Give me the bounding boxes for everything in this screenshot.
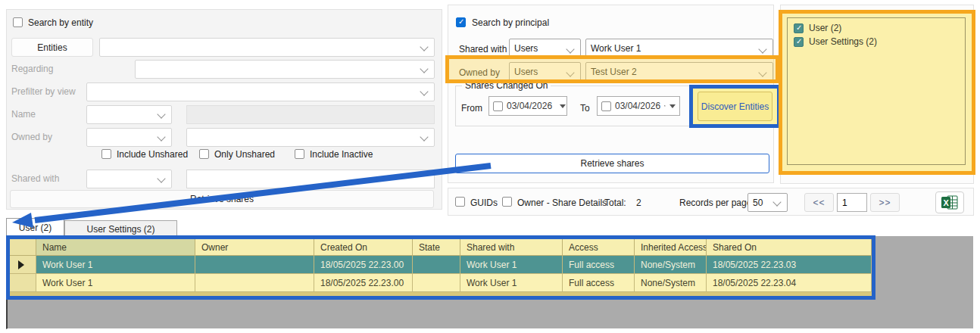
column-header[interactable]: Owner — [195, 239, 314, 256]
table-cell[interactable]: 18/05/2025 22.23.00 — [314, 274, 413, 292]
table-row[interactable]: Work User 1 18/05/2025 22.23.00 Work Use… — [10, 274, 872, 292]
entities-dropdown[interactable] — [99, 38, 435, 57]
table-cell[interactable] — [413, 256, 460, 274]
column-header[interactable]: Shared On — [707, 239, 872, 256]
include-unshared-label: Include Unshared — [117, 149, 188, 160]
from-date-picker[interactable]: 03/04/2026 — [488, 96, 567, 116]
to-label: To — [580, 103, 590, 114]
table-cell[interactable]: None/System — [635, 256, 707, 274]
table-cell[interactable] — [413, 274, 460, 292]
table-cell[interactable]: 18/05/2025 22.23.00 — [314, 256, 413, 274]
owner-share-details-label: Owner - Share Details — [517, 198, 607, 208]
name-label: Name — [11, 109, 36, 120]
table-footer-strip — [10, 292, 872, 296]
only-unshared-checkbox[interactable] — [199, 149, 209, 159]
shared-with-label: Shared with — [11, 173, 59, 184]
next-page-button[interactable]: >> — [870, 193, 900, 212]
owner-share-details-checkbox[interactable] — [502, 197, 512, 207]
records-per-page-label: Records per page — [679, 198, 751, 208]
column-header[interactable]: State — [413, 239, 460, 256]
to-date-picker[interactable]: 03/04/2026 — [597, 96, 680, 116]
tab-user[interactable]: User (2) — [6, 218, 64, 237]
records-per-page-dropdown[interactable]: 50 — [747, 193, 788, 212]
name-textbox[interactable] — [186, 105, 435, 124]
shared-with-type-dropdown[interactable]: Users — [509, 39, 581, 58]
retrieve-shares-button-left[interactable]: Retrieve shares — [10, 190, 434, 208]
tab-user-settings[interactable]: User Settings (2) — [64, 220, 177, 237]
owned-by-operator-dropdown[interactable] — [86, 128, 172, 147]
retrieve-shares-right-label: Retrieve shares — [580, 158, 644, 169]
owned-by-user-dropdown[interactable]: Test User 2 — [585, 62, 773, 82]
column-header[interactable]: Created On — [314, 239, 413, 256]
table-cell[interactable]: Full access — [563, 274, 635, 292]
excel-icon: X — [941, 195, 958, 210]
table-cell[interactable]: Work User 1 — [36, 256, 195, 274]
tab-user-label: User (2) — [19, 223, 51, 233]
prefilter-dropdown[interactable] — [86, 82, 435, 101]
owned-by-label: Owned by — [11, 132, 52, 142]
search-by-principal-checkbox[interactable] — [456, 17, 466, 27]
table-cell[interactable]: 18/05/2025 22.23.03 — [707, 256, 872, 274]
checked-checkbox-icon[interactable] — [794, 37, 804, 47]
only-unshared-label: Only Unshared — [214, 149, 275, 160]
search-by-entity-checkbox[interactable] — [13, 17, 23, 27]
guids-label: GUIDs — [470, 198, 498, 208]
column-header[interactable]: Access — [563, 239, 635, 256]
guids-checkbox[interactable] — [455, 197, 465, 207]
chevron-down-icon — [157, 132, 165, 141]
include-inactive-checkbox[interactable] — [295, 149, 304, 159]
entity-list-item[interactable]: User Settings (2) — [788, 35, 965, 48]
owned-by-type-dropdown[interactable]: Users — [509, 62, 581, 82]
table-cell[interactable] — [195, 256, 314, 274]
table-cell[interactable]: Work User 1 — [460, 274, 563, 292]
row-selector-header[interactable] — [10, 239, 36, 256]
shares-changed-on-title: Shares Changed On — [462, 80, 551, 91]
chevron-down-icon — [420, 42, 428, 51]
column-header[interactable]: Shared with — [460, 239, 563, 256]
shared-with-user-value: Work User 1 — [591, 43, 641, 54]
table-cell[interactable]: Work User 1 — [460, 256, 563, 274]
row-selector-cell[interactable] — [10, 256, 36, 274]
chevron-down-icon — [420, 64, 428, 73]
to-date-value: 03/04/2026 — [615, 101, 660, 111]
from-date-value: 03/04/2026 — [507, 101, 552, 111]
calendar-icon[interactable] — [664, 101, 666, 110]
regarding-dropdown[interactable] — [135, 60, 435, 79]
entity-list-item-label: User Settings (2) — [809, 36, 877, 47]
shared-with-user-dropdown[interactable]: Work User 1 — [585, 39, 773, 58]
date-enable-checkbox[interactable] — [601, 101, 611, 111]
column-header[interactable]: Inherited Access — [635, 239, 707, 256]
discover-entities-button[interactable]: Discover Entities — [698, 92, 772, 121]
owned-by-value-dropdown[interactable] — [186, 128, 435, 147]
shared-with-textbox[interactable] — [186, 170, 435, 188]
retrieve-shares-left-label: Retrieve shares — [190, 194, 254, 204]
checked-checkbox-icon[interactable] — [794, 23, 804, 33]
table-cell[interactable] — [195, 274, 314, 292]
discover-entities-label: Discover Entities — [701, 101, 769, 112]
table-cell[interactable]: Full access — [563, 256, 635, 274]
entities-button[interactable]: Entities — [11, 38, 93, 57]
share-manager-window: Search by entity Entities Regarding Pref… — [0, 0, 980, 333]
include-unshared-checkbox[interactable] — [101, 149, 111, 159]
entity-list-item[interactable]: User (2) — [788, 21, 965, 35]
row-selector-cell[interactable] — [10, 274, 36, 292]
from-label: From — [461, 103, 482, 114]
table-cell[interactable]: None/System — [635, 274, 707, 292]
date-enable-checkbox[interactable] — [493, 101, 503, 111]
name-operator-dropdown[interactable] — [86, 105, 172, 124]
search-by-entity-label: Search by entity — [28, 17, 93, 28]
chevron-down-icon — [566, 68, 574, 76]
column-header[interactable]: Name — [36, 239, 195, 256]
previous-page-button[interactable]: << — [804, 193, 834, 212]
table-cell[interactable]: Work User 1 — [36, 274, 195, 292]
total-value: 2 — [636, 198, 641, 208]
prefilter-label: Prefilter by view — [11, 86, 76, 97]
export-excel-button[interactable]: X — [935, 191, 964, 213]
table-row[interactable]: Work User 1 18/05/2025 22.23.00 Work Use… — [10, 256, 872, 274]
table-cell[interactable]: 18/05/2025 22.23.04 — [707, 274, 872, 292]
page-number-input[interactable] — [837, 193, 867, 212]
results-table: Name Owner Created On State Shared with … — [10, 239, 872, 296]
shared-with-operator-dropdown[interactable] — [86, 170, 172, 188]
total-label: Total: — [604, 198, 626, 208]
retrieve-shares-button-right[interactable]: Retrieve shares — [455, 154, 769, 173]
